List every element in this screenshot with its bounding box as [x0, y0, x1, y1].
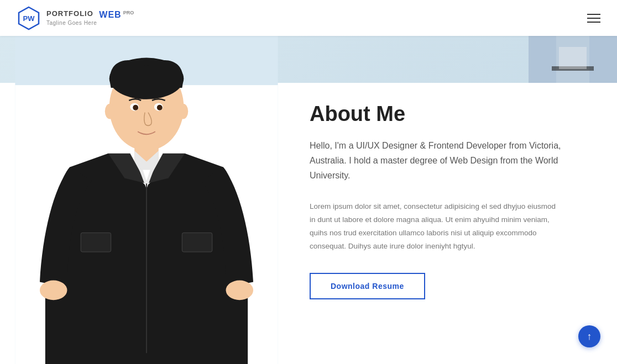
main-content: About Me Hello, I'm a UI/UX Designer & F…: [0, 36, 617, 364]
svg-point-25: [178, 104, 188, 119]
hamburger-line-1: [587, 14, 600, 15]
logo-web-text: WEB: [99, 10, 121, 20]
hamburger-line-3: [587, 22, 600, 23]
about-section: About Me Hello, I'm a UI/UX Designer & F…: [293, 91, 584, 310]
svg-point-23: [157, 105, 163, 110]
logo-tagline: Tagline Goes Here: [46, 20, 134, 26]
hamburger-menu[interactable]: [587, 14, 600, 23]
logo[interactable]: PW PORTFOLIO WEB PRO Tagline Goes Here: [17, 6, 134, 30]
logo-pro-badge: PRO: [123, 10, 134, 16]
logo-icon: PW: [17, 6, 41, 30]
svg-rect-15: [81, 233, 111, 252]
person-svg: [0, 36, 293, 364]
download-resume-button[interactable]: Download Resume: [310, 273, 425, 299]
svg-point-24: [105, 104, 115, 119]
chevron-up-icon: ↑: [587, 331, 592, 342]
about-title: About Me: [310, 102, 562, 126]
svg-point-17: [40, 281, 67, 300]
logo-text: PORTFOLIO WEB PRO Tagline Goes Here: [46, 10, 134, 26]
svg-point-22: [133, 105, 138, 110]
svg-rect-16: [182, 233, 212, 252]
scroll-to-top-button[interactable]: ↑: [578, 325, 600, 347]
about-lorem: Lorem ipsum dolor sit amet, consectetur …: [310, 200, 562, 254]
svg-point-18: [226, 281, 254, 300]
person-image-area: [0, 36, 293, 364]
right-image-svg: [529, 36, 617, 83]
about-intro: Hello, I'm a UI/UX Designer & Frontend D…: [310, 138, 562, 183]
svg-text:PW: PW: [23, 14, 35, 23]
right-header-image: [529, 36, 617, 83]
svg-rect-5: [559, 47, 587, 69]
logo-portfolio-text: PORTFOLIO: [46, 10, 93, 18]
hamburger-line-2: [587, 18, 600, 19]
site-header: PW PORTFOLIO WEB PRO Tagline Goes Here: [0, 0, 617, 36]
